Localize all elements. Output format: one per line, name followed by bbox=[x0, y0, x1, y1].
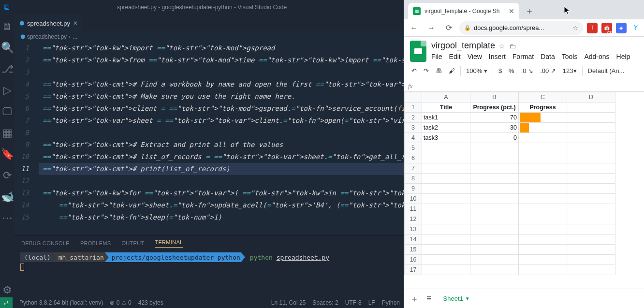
remote-indicator[interactable]: ⇄ bbox=[0, 297, 13, 308]
bookmark-icon[interactable]: 🔖 bbox=[0, 147, 15, 161]
sb-lang[interactable]: Python bbox=[382, 299, 400, 306]
progress-bar-cell[interactable] bbox=[519, 133, 567, 143]
cell[interactable] bbox=[567, 103, 615, 113]
cell[interactable] bbox=[470, 255, 519, 265]
menu-view[interactable]: View bbox=[468, 53, 482, 60]
undo-icon[interactable]: ↶ bbox=[410, 66, 418, 75]
reload-button-icon[interactable]: ⟳ bbox=[442, 23, 455, 32]
row-header[interactable]: 17 bbox=[405, 265, 422, 275]
cell[interactable]: Title bbox=[422, 103, 470, 113]
menu-help[interactable]: Help bbox=[616, 53, 630, 60]
row-header[interactable]: 1 bbox=[405, 103, 422, 113]
menu-insert[interactable]: Insert bbox=[489, 53, 506, 60]
cell[interactable] bbox=[422, 265, 470, 275]
more-icon[interactable]: ⋯ bbox=[0, 211, 15, 225]
breadcrumb[interactable]: ⬢ spreadsheet.py › ... bbox=[15, 31, 404, 42]
cell[interactable] bbox=[519, 235, 567, 245]
cell[interactable]: task3 bbox=[422, 133, 470, 143]
cell[interactable] bbox=[519, 163, 567, 174]
cell[interactable] bbox=[567, 255, 615, 265]
cell[interactable] bbox=[470, 194, 519, 204]
sheet-tab[interactable]: Sheet1▼ bbox=[438, 292, 476, 305]
row-header[interactable]: 5 bbox=[405, 143, 422, 153]
extension-icon-4[interactable]: Ｙ bbox=[630, 23, 641, 33]
panel-tab-problems[interactable]: PROBLEMS bbox=[80, 240, 111, 246]
cell[interactable] bbox=[519, 245, 567, 255]
new-tab-button[interactable]: ＋ bbox=[519, 3, 540, 19]
cell[interactable] bbox=[567, 113, 615, 123]
col-header[interactable]: A bbox=[422, 92, 470, 103]
cell[interactable] bbox=[567, 204, 615, 214]
back-button-icon[interactable]: ← bbox=[407, 24, 421, 32]
row-header[interactable]: 16 bbox=[405, 255, 422, 265]
menu-addons[interactable]: Add-ons bbox=[584, 53, 609, 60]
debug-icon[interactable]: ▷ bbox=[0, 83, 15, 98]
sb-spaces[interactable]: Spaces: 2 bbox=[312, 299, 338, 306]
redo-icon[interactable]: ↷ bbox=[422, 66, 430, 75]
cell[interactable] bbox=[470, 184, 519, 194]
menu-tools[interactable]: Tools bbox=[562, 53, 578, 60]
menu-data[interactable]: Data bbox=[541, 53, 555, 60]
sb-filesize[interactable]: 423 bytes bbox=[138, 299, 163, 306]
cell[interactable] bbox=[470, 224, 519, 235]
cell[interactable] bbox=[519, 184, 567, 194]
paint-format-icon[interactable]: 🖌 bbox=[447, 66, 456, 75]
address-bar[interactable]: 🔒 docs.google.com/sprea... ☆ bbox=[459, 21, 583, 35]
panel-tab-debug[interactable]: DEBUG CONSOLE bbox=[21, 240, 70, 246]
menu-format[interactable]: Format bbox=[512, 53, 534, 60]
progress-bar-cell[interactable] bbox=[519, 113, 567, 123]
cell[interactable]: Progress bbox=[519, 103, 567, 113]
print-icon[interactable]: 🖶 bbox=[434, 66, 443, 75]
cell[interactable] bbox=[567, 184, 615, 194]
col-header[interactable]: B bbox=[470, 92, 519, 103]
sb-problems[interactable]: ⊗ 0 ⚠ 0 bbox=[110, 299, 131, 306]
progress-bar-cell[interactable] bbox=[519, 123, 567, 133]
cell[interactable] bbox=[470, 174, 519, 184]
sb-lncol[interactable]: Ln 11, Col 25 bbox=[271, 299, 306, 306]
docker-icon[interactable]: 🐋 bbox=[0, 190, 15, 204]
cell[interactable] bbox=[422, 235, 470, 245]
doc-title[interactable]: virgool_template bbox=[431, 41, 495, 51]
cell[interactable] bbox=[470, 163, 519, 174]
cell[interactable] bbox=[470, 235, 519, 245]
row-header[interactable]: 2 bbox=[405, 113, 422, 123]
row-header[interactable]: 15 bbox=[405, 245, 422, 255]
cell[interactable] bbox=[422, 194, 470, 204]
row-header[interactable]: 14 bbox=[405, 235, 422, 245]
cell[interactable] bbox=[422, 224, 470, 235]
menu-edit[interactable]: Edit bbox=[449, 53, 461, 60]
remote-explorer-icon[interactable]: 🖵 bbox=[0, 104, 15, 119]
cell[interactable] bbox=[470, 245, 519, 255]
forward-button-icon[interactable]: → bbox=[424, 24, 438, 32]
font-select[interactable]: Default (Ari... bbox=[586, 66, 626, 75]
cell[interactable] bbox=[470, 153, 519, 163]
cell[interactable] bbox=[519, 194, 567, 204]
row-header[interactable]: 9 bbox=[405, 184, 422, 194]
cell[interactable] bbox=[567, 174, 615, 184]
cell[interactable] bbox=[567, 133, 615, 143]
source-control-icon[interactable]: ⎇ bbox=[0, 62, 15, 76]
sheets-logo-icon[interactable] bbox=[410, 41, 426, 62]
add-sheet-icon[interactable]: ＋ bbox=[408, 291, 421, 307]
explorer-icon[interactable]: 🗎 bbox=[0, 19, 15, 34]
cell[interactable] bbox=[422, 204, 470, 214]
row-header[interactable]: 13 bbox=[405, 224, 422, 235]
panel-tab-output[interactable]: OUTPUT bbox=[121, 240, 144, 246]
code-content[interactable]: =="tok-str">"tok-kw">import =="tok-str">… bbox=[39, 42, 404, 235]
cell[interactable] bbox=[519, 153, 567, 163]
cell[interactable]: Progress (pct.) bbox=[470, 103, 519, 113]
cell[interactable] bbox=[422, 214, 470, 224]
cell[interactable]: task1 bbox=[422, 113, 470, 123]
cell[interactable] bbox=[567, 194, 615, 204]
row-header[interactable]: 8 bbox=[405, 174, 422, 184]
browser-tab[interactable]: ▦ virgool_template - Google Sh ✕ bbox=[408, 3, 519, 19]
sb-eol[interactable]: LF bbox=[368, 299, 375, 306]
cell[interactable] bbox=[567, 245, 615, 255]
chevron-down-icon[interactable]: ▼ bbox=[465, 296, 470, 301]
extension-icon-3[interactable]: ◈ bbox=[616, 23, 627, 33]
code-editor[interactable]: 123456789101112131415 =="tok-str">"tok-k… bbox=[15, 42, 404, 235]
zoom-select[interactable]: 100% ▾ bbox=[465, 66, 489, 75]
cell[interactable] bbox=[567, 153, 615, 163]
all-sheets-icon[interactable]: ≡ bbox=[424, 292, 434, 306]
star-icon[interactable]: ☆ bbox=[499, 42, 505, 50]
